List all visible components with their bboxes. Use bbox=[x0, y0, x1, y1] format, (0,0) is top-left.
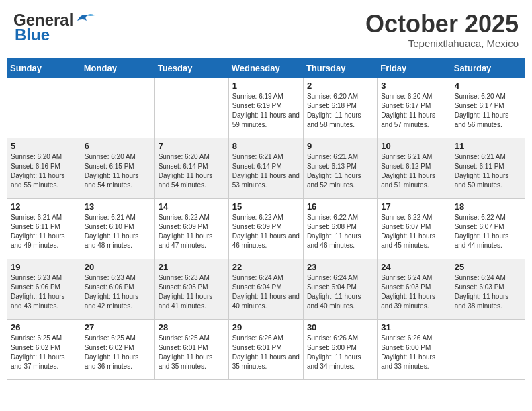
calendar-cell bbox=[154, 77, 228, 138]
day-number: 10 bbox=[381, 141, 447, 151]
day-info: Sunrise: 6:21 AMSunset: 6:12 PMDaylight:… bbox=[381, 152, 447, 190]
calendar-row-2: 12Sunrise: 6:21 AMSunset: 6:11 PMDayligh… bbox=[7, 198, 525, 259]
calendar-cell: 3Sunrise: 6:20 AMSunset: 6:17 PMDaylight… bbox=[378, 77, 451, 138]
calendar-row-3: 19Sunrise: 6:23 AMSunset: 6:06 PMDayligh… bbox=[7, 259, 525, 319]
logo-bird-icon bbox=[75, 11, 95, 26]
calendar-cell: 2Sunrise: 6:20 AMSunset: 6:18 PMDaylight… bbox=[303, 77, 377, 138]
day-info: Sunrise: 6:22 AMSunset: 6:07 PMDaylight:… bbox=[381, 213, 447, 250]
calendar-cell: 11Sunrise: 6:21 AMSunset: 6:11 PMDayligh… bbox=[451, 138, 525, 198]
day-number: 12 bbox=[11, 201, 77, 212]
calendar-cell: 15Sunrise: 6:22 AMSunset: 6:09 PMDayligh… bbox=[228, 198, 303, 259]
day-number: 22 bbox=[232, 262, 300, 272]
calendar-cell: 19Sunrise: 6:23 AMSunset: 6:06 PMDayligh… bbox=[7, 259, 81, 319]
calendar-cell: 31Sunrise: 6:26 AMSunset: 6:00 PMDayligh… bbox=[378, 319, 451, 379]
day-number: 27 bbox=[85, 322, 151, 332]
day-number: 18 bbox=[455, 201, 521, 212]
calendar-cell: 12Sunrise: 6:21 AMSunset: 6:11 PMDayligh… bbox=[7, 198, 81, 259]
calendar-cell bbox=[81, 77, 154, 138]
day-info: Sunrise: 6:20 AMSunset: 6:14 PMDaylight:… bbox=[159, 152, 225, 190]
day-info: Sunrise: 6:21 AMSunset: 6:11 PMDaylight:… bbox=[11, 213, 77, 250]
calendar-cell: 28Sunrise: 6:25 AMSunset: 6:01 PMDayligh… bbox=[154, 319, 228, 379]
day-number: 7 bbox=[159, 141, 225, 151]
day-number: 31 bbox=[381, 322, 447, 332]
column-header-saturday: Saturday bbox=[451, 58, 525, 77]
calendar-cell: 6Sunrise: 6:20 AMSunset: 6:15 PMDaylight… bbox=[81, 138, 154, 198]
day-number: 6 bbox=[85, 141, 151, 151]
day-number: 26 bbox=[11, 322, 77, 332]
day-info: Sunrise: 6:24 AMSunset: 6:03 PMDaylight:… bbox=[381, 273, 447, 311]
day-info: Sunrise: 6:21 AMSunset: 6:13 PMDaylight:… bbox=[307, 152, 373, 190]
day-number: 9 bbox=[307, 141, 373, 151]
calendar-cell: 17Sunrise: 6:22 AMSunset: 6:07 PMDayligh… bbox=[378, 198, 451, 259]
calendar-cell: 29Sunrise: 6:26 AMSunset: 6:01 PMDayligh… bbox=[228, 319, 303, 379]
calendar-cell: 27Sunrise: 6:25 AMSunset: 6:02 PMDayligh… bbox=[81, 319, 154, 379]
day-info: Sunrise: 6:24 AMSunset: 6:04 PMDaylight:… bbox=[232, 273, 300, 311]
calendar-table: SundayMondayTuesdayWednesdayThursdayFrid… bbox=[7, 58, 525, 380]
day-number: 4 bbox=[455, 81, 521, 91]
day-info: Sunrise: 6:20 AMSunset: 6:15 PMDaylight:… bbox=[85, 152, 151, 190]
day-info: Sunrise: 6:23 AMSunset: 6:05 PMDaylight:… bbox=[159, 273, 225, 311]
logo-text-blue: Blue bbox=[15, 26, 50, 44]
day-info: Sunrise: 6:21 AMSunset: 6:14 PMDaylight:… bbox=[232, 152, 300, 190]
column-header-monday: Monday bbox=[81, 58, 154, 77]
calendar-cell bbox=[7, 77, 81, 138]
day-info: Sunrise: 6:22 AMSunset: 6:08 PMDaylight:… bbox=[307, 213, 373, 250]
month-title: October 2025 bbox=[365, 11, 519, 38]
calendar-cell: 25Sunrise: 6:24 AMSunset: 6:03 PMDayligh… bbox=[451, 259, 525, 319]
day-number: 21 bbox=[159, 262, 225, 272]
calendar-row-1: 5Sunrise: 6:20 AMSunset: 6:16 PMDaylight… bbox=[7, 138, 525, 198]
day-info: Sunrise: 6:24 AMSunset: 6:03 PMDaylight:… bbox=[455, 273, 521, 311]
day-info: Sunrise: 6:23 AMSunset: 6:06 PMDaylight:… bbox=[85, 273, 151, 311]
day-info: Sunrise: 6:26 AMSunset: 6:01 PMDaylight:… bbox=[232, 334, 300, 371]
day-info: Sunrise: 6:21 AMSunset: 6:11 PMDaylight:… bbox=[455, 152, 521, 190]
calendar-cell: 5Sunrise: 6:20 AMSunset: 6:16 PMDaylight… bbox=[7, 138, 81, 198]
day-info: Sunrise: 6:20 AMSunset: 6:17 PMDaylight:… bbox=[381, 92, 447, 130]
calendar-cell: 26Sunrise: 6:25 AMSunset: 6:02 PMDayligh… bbox=[7, 319, 81, 379]
page-header: General Blue October 2025 Tepenixtlahuac… bbox=[7, 7, 525, 53]
day-number: 3 bbox=[381, 81, 447, 91]
calendar-cell: 23Sunrise: 6:24 AMSunset: 6:04 PMDayligh… bbox=[303, 259, 377, 319]
column-header-wednesday: Wednesday bbox=[228, 58, 303, 77]
day-number: 24 bbox=[381, 262, 447, 272]
calendar-cell: 1Sunrise: 6:19 AMSunset: 6:19 PMDaylight… bbox=[228, 77, 303, 138]
day-info: Sunrise: 6:22 AMSunset: 6:09 PMDaylight:… bbox=[159, 213, 225, 250]
day-info: Sunrise: 6:21 AMSunset: 6:10 PMDaylight:… bbox=[85, 213, 151, 250]
column-header-thursday: Thursday bbox=[303, 58, 377, 77]
day-number: 25 bbox=[455, 262, 521, 272]
column-header-friday: Friday bbox=[378, 58, 451, 77]
day-number: 30 bbox=[307, 322, 373, 332]
day-info: Sunrise: 6:25 AMSunset: 6:02 PMDaylight:… bbox=[85, 334, 151, 371]
day-number: 29 bbox=[232, 322, 300, 332]
day-number: 13 bbox=[85, 201, 151, 212]
day-info: Sunrise: 6:22 AMSunset: 6:07 PMDaylight:… bbox=[455, 213, 521, 250]
day-info: Sunrise: 6:20 AMSunset: 6:17 PMDaylight:… bbox=[455, 92, 521, 130]
day-number: 23 bbox=[307, 262, 373, 272]
day-info: Sunrise: 6:26 AMSunset: 6:00 PMDaylight:… bbox=[381, 334, 447, 371]
day-number: 19 bbox=[11, 262, 77, 272]
calendar-cell: 22Sunrise: 6:24 AMSunset: 6:04 PMDayligh… bbox=[228, 259, 303, 319]
day-number: 17 bbox=[381, 201, 447, 212]
calendar-cell bbox=[451, 319, 525, 379]
day-info: Sunrise: 6:23 AMSunset: 6:06 PMDaylight:… bbox=[11, 273, 77, 311]
day-info: Sunrise: 6:25 AMSunset: 6:01 PMDaylight:… bbox=[159, 334, 225, 371]
calendar-cell: 7Sunrise: 6:20 AMSunset: 6:14 PMDaylight… bbox=[154, 138, 228, 198]
day-info: Sunrise: 6:24 AMSunset: 6:04 PMDaylight:… bbox=[307, 273, 373, 311]
calendar-row-4: 26Sunrise: 6:25 AMSunset: 6:02 PMDayligh… bbox=[7, 319, 525, 379]
calendar-row-0: 1Sunrise: 6:19 AMSunset: 6:19 PMDaylight… bbox=[7, 77, 525, 138]
column-header-tuesday: Tuesday bbox=[154, 58, 228, 77]
calendar-cell: 10Sunrise: 6:21 AMSunset: 6:12 PMDayligh… bbox=[378, 138, 451, 198]
day-info: Sunrise: 6:25 AMSunset: 6:02 PMDaylight:… bbox=[11, 334, 77, 371]
day-info: Sunrise: 6:20 AMSunset: 6:18 PMDaylight:… bbox=[307, 92, 373, 130]
calendar-cell: 8Sunrise: 6:21 AMSunset: 6:14 PMDaylight… bbox=[228, 138, 303, 198]
day-number: 1 bbox=[232, 81, 300, 91]
day-info: Sunrise: 6:22 AMSunset: 6:09 PMDaylight:… bbox=[232, 213, 300, 250]
calendar-cell: 14Sunrise: 6:22 AMSunset: 6:09 PMDayligh… bbox=[154, 198, 228, 259]
day-number: 8 bbox=[232, 141, 300, 151]
calendar-cell: 20Sunrise: 6:23 AMSunset: 6:06 PMDayligh… bbox=[81, 259, 154, 319]
day-number: 14 bbox=[159, 201, 225, 212]
day-number: 5 bbox=[11, 141, 77, 151]
calendar-cell: 30Sunrise: 6:26 AMSunset: 6:00 PMDayligh… bbox=[303, 319, 377, 379]
title-area: October 2025 Tepenixtlahuaca, Mexico bbox=[365, 11, 519, 49]
day-info: Sunrise: 6:19 AMSunset: 6:19 PMDaylight:… bbox=[232, 92, 300, 130]
day-number: 28 bbox=[159, 322, 225, 332]
